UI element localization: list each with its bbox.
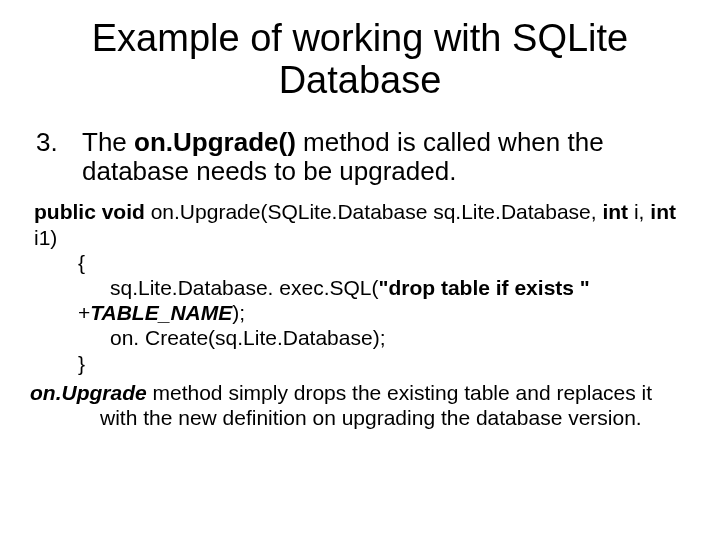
close-paren: );	[232, 301, 245, 324]
title-line-1: Example of working with SQLite	[92, 17, 628, 59]
desc-method: on.Upgrade	[30, 381, 147, 404]
exec-pre: sq.Lite.Database. exec.SQL(	[110, 276, 378, 299]
list-number: 3.	[30, 128, 82, 188]
desc-line: with the new definition on upgrading the…	[100, 405, 690, 430]
title-line-2: Database	[279, 59, 442, 101]
plus: +	[78, 301, 90, 324]
code-line: {	[78, 250, 690, 275]
list-text: The on.Upgrade() method is called when t…	[82, 128, 690, 188]
code-line: }	[78, 351, 690, 376]
desc-line: on.Upgrade method simply drops the exist…	[30, 380, 690, 405]
code-line: public void on.Upgrade(SQLite.Database s…	[34, 199, 690, 249]
sig-i1: i1)	[34, 226, 57, 249]
sig-name: on.Upgrade(SQLite.Database sq.Lite.Datab…	[151, 200, 603, 223]
code-block: public void on.Upgrade(SQLite.Database s…	[34, 199, 690, 375]
bullet-pre: The	[82, 127, 134, 157]
exec-str: "drop table if exists "	[378, 276, 589, 299]
code-line: sq.Lite.Database. exec.SQL("drop table i…	[110, 275, 690, 300]
slide: Example of working with SQLite Database …	[0, 0, 720, 540]
table-name: TABLE_NAME	[90, 301, 232, 324]
kw-int: int	[602, 200, 634, 223]
list-item: 3. The on.Upgrade() method is called whe…	[30, 128, 690, 188]
slide-title: Example of working with SQLite Database	[30, 18, 690, 102]
desc-line1-rest: method simply drops the existing table a…	[147, 381, 652, 404]
code-line: +TABLE_NAME);	[78, 300, 690, 325]
sig-i: i,	[634, 200, 650, 223]
code-line: on. Create(sq.Lite.Database);	[110, 325, 690, 350]
kw-int: int	[650, 200, 676, 223]
bullet-method: on.Upgrade()	[134, 127, 296, 157]
description: on.Upgrade method simply drops the exist…	[30, 380, 690, 430]
kw-public-void: public void	[34, 200, 151, 223]
slide-body: 3. The on.Upgrade() method is called whe…	[30, 128, 690, 430]
